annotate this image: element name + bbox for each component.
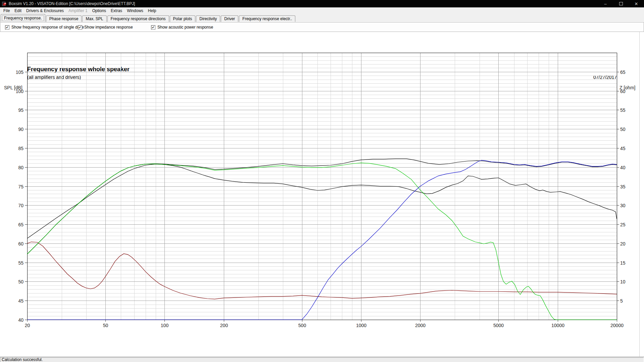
tab-frequency-response-electr[interactable]: Frequency response electr.. xyxy=(239,15,295,22)
menu-item-help[interactable]: Help xyxy=(146,7,159,14)
menu-item-amplifier-1[interactable]: Amplifier 1 xyxy=(66,7,90,14)
checkbox-checked-icon[interactable]: ✔ xyxy=(151,25,155,30)
menu-bar: FileEditDrivers & EnclosuresAmplifier 1O… xyxy=(0,7,644,14)
window-title: Boxsim V1.20 - VISATON-Edition [C:\Users… xyxy=(9,1,135,6)
minimize-icon: – xyxy=(604,1,606,6)
checkbox-checked-icon[interactable]: ✔ xyxy=(78,25,82,30)
checkbox-show-frequency-response-of-single-drive[interactable]: ✔Show frequency response of single drive xyxy=(5,25,84,30)
menu-item-file[interactable]: File xyxy=(1,7,12,14)
menu-item-drivers-enclosures[interactable]: Drivers & Enclosures xyxy=(24,7,66,14)
chart-panel: Frequency response whole speaker (all am… xyxy=(0,32,644,357)
maximize-icon xyxy=(619,2,623,5)
checkbox-show-impedance-response[interactable]: ✔Show impedance response xyxy=(78,25,133,30)
tab-phase-response[interactable]: Phase response xyxy=(46,15,82,22)
checkbox-label: Show impedance response xyxy=(84,25,133,30)
boxsim-app-icon xyxy=(2,1,7,6)
tab-frequency-response-directions[interactable]: Frequency response directions xyxy=(107,15,169,22)
y-axis-right-title: Z [ohm] xyxy=(620,85,635,90)
checkbox-checked-icon[interactable]: ✔ xyxy=(5,25,9,30)
y-axis-left-title: SPL [dB] xyxy=(4,85,22,90)
tab-max-spl[interactable]: Max. SPL xyxy=(82,15,106,22)
window-controls: – ✕ xyxy=(598,0,644,7)
chart-date: 07/27/2017 xyxy=(593,75,617,80)
menu-item-edit[interactable]: Edit xyxy=(12,7,24,14)
minimize-button[interactable]: – xyxy=(598,0,613,7)
chart-subtitle: (all amplifiers and drivers) xyxy=(27,75,81,80)
tab-bar: Frequency response.Phase responseMax. SP… xyxy=(0,14,644,22)
tab-polar-plots[interactable]: Polar plots xyxy=(170,15,196,22)
close-icon: ✕ xyxy=(635,1,638,6)
checkbox-label: Show frequency response of single drive xyxy=(11,25,84,30)
checkbox-show-acoustic-power-response[interactable]: ✔Show acoustic power response xyxy=(151,25,213,30)
status-bar: Calculation successful. xyxy=(0,357,644,362)
chart-title: Frequency response whole speaker xyxy=(27,66,130,73)
tab-directivity[interactable]: Directivity xyxy=(196,15,220,22)
tab-driver[interactable]: Driver xyxy=(221,15,238,22)
panel-right-border xyxy=(639,32,640,357)
menu-item-options[interactable]: Options xyxy=(90,7,108,14)
options-toolbar: ✔Show frequency response of single drive… xyxy=(0,22,644,32)
maximize-button[interactable] xyxy=(613,0,629,7)
status-message: Calculation successful. xyxy=(0,357,644,362)
menu-item-windows[interactable]: Windows xyxy=(125,7,146,14)
close-button[interactable]: ✕ xyxy=(629,0,644,7)
tab-focus-outline xyxy=(2,15,44,21)
title-bar: Boxsim V1.20 - VISATON-Edition [C:\Users… xyxy=(0,0,644,7)
checkbox-label: Show acoustic power response xyxy=(157,25,213,30)
tab-frequency-response[interactable]: Frequency response. xyxy=(1,14,45,22)
menu-item-extras[interactable]: Extras xyxy=(108,7,125,14)
